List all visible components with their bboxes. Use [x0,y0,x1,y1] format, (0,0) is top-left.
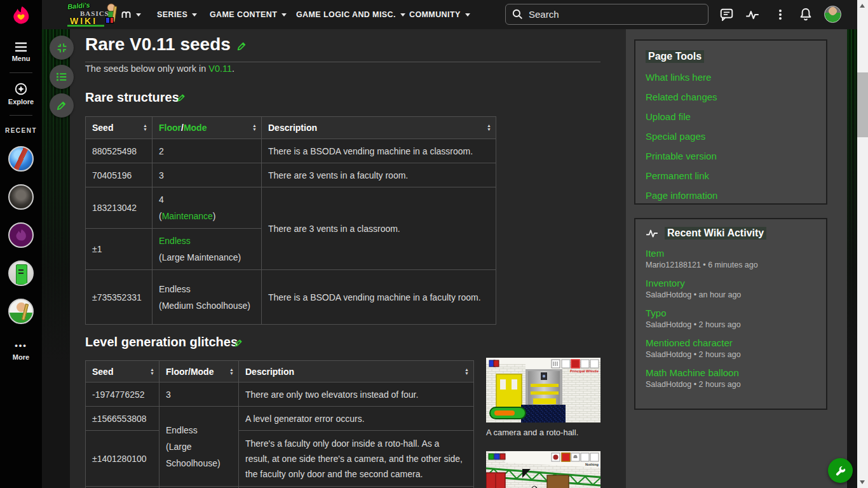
wiki-mark-menu[interactable] [121,0,141,29]
endless-link[interactable]: Endless [159,236,191,246]
search-icon [512,9,523,20]
discussions-button[interactable] [717,6,735,24]
table-row: ±1566553808 Endless (Large Schoolhouse) … [86,407,474,431]
seed-cell: ±1566553808 [86,407,159,431]
table-row: 183213042 4 (Maintenance) There are 3 ve… [86,187,496,229]
fandom-flame-icon [12,5,30,25]
seed-cell: ±735352331 [86,270,153,325]
mode-link[interactable]: Mode [184,123,207,133]
header-label: Floor/Mode [166,367,214,377]
wiki-logo[interactable]: Baldi's BASICS WIKI [55,2,116,27]
header-label: Description [245,367,294,377]
nav-item-game-content[interactable]: GAME CONTENT [210,0,287,29]
description-cell: There is a BSODA vending machine in a cl… [262,139,496,163]
activity-button[interactable] [743,6,761,24]
scrollbar-up-arrow[interactable] [860,4,865,8]
column-header-seed[interactable]: Seed▲▼ [86,361,159,383]
tool-link-page-information[interactable]: Page information [646,190,816,201]
explore-button[interactable]: Explore [0,83,42,105]
scrollbar-down-arrow[interactable] [860,480,865,484]
description-cell: There are 3 vents in a faculty room. [262,163,496,187]
activity-link[interactable]: Inventory [646,278,816,288]
mode-line: (Medium Schoolhouse) [159,297,254,314]
tool-link-upload-file[interactable]: Upload file [646,111,816,122]
scrollbar-thumb[interactable] [857,72,868,137]
collapse-icon [57,43,67,53]
description-cell: There are 3 vents in a classroom. [262,187,496,270]
search-box[interactable] [505,4,709,25]
activity-entry: Inventory SaladHotdog • an hour ago [646,278,816,299]
seed-cell: 880525498 [86,139,153,163]
bell-icon [799,8,812,22]
page-tools-title: Page Tools [646,50,704,63]
explore-label: Explore [0,98,42,105]
recent-wiki-avatar-1[interactable] [8,146,34,172]
seed-cell: 70405196 [86,163,153,187]
maintenance-link[interactable]: Maintenance [162,211,213,221]
column-header-floor-mode[interactable]: Floor/Mode▲▼ [159,361,239,383]
tool-link-printable-version[interactable]: Printable version [646,151,816,161]
recent-wiki-avatar-2[interactable] [8,184,34,210]
tool-link-permanent-link[interactable]: Permanent link [646,170,816,181]
user-avatar[interactable] [824,6,841,23]
column-header-description[interactable]: Description▲▼ [262,117,496,139]
description-cell: A level generator error occurs. [239,407,474,431]
nav-item-series[interactable]: SERIES [157,0,197,29]
seed-cell: -1974776252 [86,383,159,407]
fandom-logo[interactable] [0,5,42,28]
mode-line: Endless [166,422,231,438]
activity-meta: SaladHotdog • an hour ago [646,290,816,299]
mode-cell: 2 [153,139,262,163]
game-screenshot-2[interactable]: Nothing [486,451,600,488]
more-dots-icon[interactable]: ••• [0,341,42,350]
collapse-button[interactable] [50,36,74,60]
activity-link[interactable]: Math Machine balloon [646,367,816,378]
vertical-scrollbar[interactable] [857,0,868,488]
sort-icon: ▲▼ [143,124,147,132]
version-link[interactable]: V0.11 [208,64,232,74]
activity-link[interactable]: Item [646,248,816,259]
recent-wiki-avatar-5[interactable] [8,299,34,324]
background-texture [847,29,857,488]
edit-icon[interactable] [234,338,243,350]
floor-link[interactable]: Floor [159,123,181,133]
search-input[interactable] [529,9,702,20]
activity-entry: Mentioned character SaladHotdog • 2 hour… [646,337,816,359]
door-marks [18,269,24,271]
nav-item-community[interactable]: COMMUNITY [409,0,470,29]
table-row: -1974776252 3 There are only two elevato… [86,383,474,407]
more-label[interactable]: More [0,353,42,361]
notifications-button[interactable] [797,6,815,24]
column-header-description[interactable]: Description▲▼ [239,361,474,383]
tool-link-what-links-here[interactable]: What links here [646,72,816,83]
menu-label: Menu [0,55,42,62]
quick-tools-fab[interactable] [828,458,853,483]
description-cell: There are only two elevators instead of … [239,383,474,407]
activity-meta: SaladHotdog • 2 hours ago [646,320,816,329]
recent-activity-module: Recent Wiki Activity Item Mario12188121 … [634,218,827,410]
menu-button[interactable]: Menu [0,42,42,62]
glitch-table: Seed▲▼ Floor/Mode▲▼ Description▲▼ -19747… [85,360,474,488]
recent-wiki-avatar-4[interactable] [8,261,34,286]
activity-link[interactable]: Typo [646,308,816,318]
nav-item-game-logic[interactable]: GAME LOGIC AND MISC. [296,0,405,29]
intro-suffix: . [232,64,234,74]
edit-page-button[interactable] [50,93,74,118]
mode-line: Endless [159,233,254,249]
more-options-button[interactable] [771,6,789,24]
tool-link-special-pages[interactable]: Special pages [646,131,816,142]
sort-icon: ▲▼ [465,368,469,376]
description-cell: There's a faculty only door inside a rot… [239,431,474,487]
column-header-seed[interactable]: Seed▲▼ [86,117,153,139]
column-header-floor-mode[interactable]: Floor/Mode▲▼ [153,117,262,139]
activity-link[interactable]: Mentioned character [646,337,816,348]
contents-button[interactable] [50,65,74,89]
tool-link-related-changes[interactable]: Related changes [646,92,816,102]
recent-wiki-avatar-3[interactable] [8,222,34,248]
game-screenshot-1[interactable]: Principal Whistle [486,358,600,423]
edit-icon[interactable] [177,93,186,105]
edit-icon[interactable] [236,41,247,54]
pulse-icon [646,228,658,238]
activity-entry: Item Mario12188121 • 6 minutes ago [646,248,816,269]
wrench-icon [834,464,846,477]
